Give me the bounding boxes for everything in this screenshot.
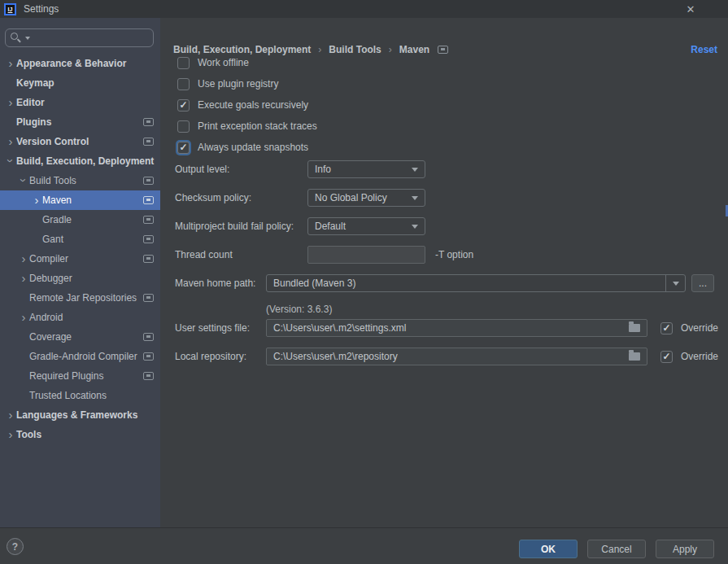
settings-modified-icon — [438, 46, 448, 54]
dropdown-button[interactable] — [665, 275, 685, 291]
maven-home-path-label: Maven home path: — [175, 274, 255, 292]
sidebar-item-gradle-android-compiler[interactable]: Gradle-Android Compiler — [0, 347, 160, 366]
settings-modified-icon — [143, 138, 154, 146]
breadcrumb: Build, Execution, Deployment › Build Too… — [173, 44, 448, 55]
sidebar-item-editor[interactable]: Editor — [0, 93, 160, 112]
maven-home-path-combobox[interactable]: Bundled (Maven 3) — [266, 274, 686, 292]
chevron-right-icon — [18, 308, 29, 327]
settings-sidebar: Appearance & Behavior Keymap Editor Plug… — [0, 18, 160, 527]
maven-settings-panel: Build, Execution, Deployment › Build Too… — [160, 18, 728, 527]
print-exception-stack-traces-checkbox-row[interactable]: Print exception stack traces — [177, 119, 317, 133]
apply-button[interactable]: Apply — [656, 540, 714, 558]
sidebar-item-build-execution-deployment[interactable]: Build, Execution, Deployment — [0, 151, 160, 171]
dropdown-arrow-icon — [412, 168, 418, 172]
sidebar-item-build-tools[interactable]: Build Tools — [0, 171, 160, 190]
chevron-right-icon — [5, 93, 16, 112]
checksum-policy-select[interactable]: No Global Policy — [307, 189, 425, 207]
breadcrumb-build-execution-deployment[interactable]: Build, Execution, Deployment — [173, 44, 311, 55]
local-repository-override-row[interactable]: Override — [660, 348, 718, 365]
breadcrumb-separator: › — [389, 44, 392, 55]
no-chevron — [5, 112, 16, 132]
no-chevron — [18, 386, 29, 405]
chevron-down-icon — [18, 171, 29, 190]
reset-link[interactable]: Reset — [691, 44, 717, 55]
browse-maven-home-button[interactable]: ... — [691, 274, 714, 292]
thread-count-input[interactable] — [315, 249, 418, 260]
multiproject-policy-select[interactable]: Default — [307, 217, 425, 235]
no-chevron — [31, 230, 42, 249]
sidebar-item-compiler[interactable]: Compiler — [0, 249, 160, 269]
breadcrumb-maven: Maven — [399, 44, 429, 55]
sidebar-item-trusted-locations[interactable]: Trusted Locations — [0, 386, 160, 405]
checkbox-icon[interactable] — [177, 57, 190, 69]
local-repository-field[interactable] — [266, 348, 647, 365]
user-settings-override-row[interactable]: Override — [660, 319, 718, 337]
checkbox-icon[interactable] — [177, 120, 190, 133]
user-settings-file-label: User settings file: — [175, 319, 250, 337]
title-bar: IJ Settings ✕ — [0, 0, 728, 18]
ok-button[interactable]: OK — [519, 540, 578, 558]
dropdown-arrow-icon — [673, 282, 679, 286]
settings-modified-icon — [143, 372, 154, 380]
chevron-right-icon — [5, 405, 16, 425]
settings-modified-icon — [143, 216, 154, 224]
settings-modified-icon — [143, 352, 154, 361]
chevron-right-icon — [18, 269, 29, 288]
local-repository-input[interactable] — [273, 351, 624, 362]
settings-modified-icon — [143, 235, 154, 243]
sidebar-item-maven[interactable]: Maven — [0, 190, 160, 210]
folder-icon[interactable] — [629, 352, 640, 361]
sidebar-item-gant[interactable]: Gant — [0, 230, 160, 249]
sidebar-item-appearance-behavior[interactable]: Appearance & Behavior — [0, 54, 160, 73]
sidebar-item-plugins[interactable]: Plugins — [0, 112, 160, 132]
execute-goals-recursively-checkbox-row[interactable]: Execute goals recursively — [177, 98, 308, 112]
no-chevron — [5, 73, 16, 93]
no-chevron — [18, 366, 29, 386]
close-icon[interactable]: ✕ — [682, 0, 699, 18]
settings-modified-icon — [143, 118, 154, 126]
sidebar-item-gradle[interactable]: Gradle — [0, 210, 160, 230]
use-plugin-registry-checkbox-row[interactable]: Use plugin registry — [177, 77, 278, 91]
user-settings-file-field[interactable] — [266, 319, 647, 337]
checkbox-icon[interactable] — [177, 142, 190, 154]
checksum-policy-label: Checksum policy: — [175, 189, 251, 207]
settings-modified-icon — [143, 177, 154, 185]
chevron-right-icon — [5, 132, 16, 151]
settings-modified-icon — [143, 294, 154, 302]
local-repository-label: Local repository: — [175, 348, 246, 365]
cancel-button[interactable]: Cancel — [587, 540, 646, 558]
breadcrumb-build-tools[interactable]: Build Tools — [329, 44, 381, 55]
search-box[interactable] — [5, 28, 154, 47]
checkbox-icon[interactable] — [660, 322, 673, 334]
checkbox-icon[interactable] — [660, 351, 673, 363]
output-level-label: Output level: — [175, 160, 229, 178]
sidebar-item-android[interactable]: Android — [0, 308, 160, 327]
sidebar-item-languages-frameworks[interactable]: Languages & Frameworks — [0, 405, 160, 425]
user-settings-file-input[interactable] — [273, 322, 624, 334]
chevron-right-icon — [5, 425, 16, 444]
settings-modified-icon — [143, 196, 154, 204]
dialog-footer: ? OK Cancel Apply — [0, 527, 728, 564]
window-title: Settings — [24, 3, 59, 15]
checkbox-icon[interactable] — [177, 78, 190, 90]
no-chevron — [18, 288, 29, 308]
thread-count-field[interactable] — [307, 246, 425, 264]
output-level-select[interactable]: Info — [307, 160, 425, 178]
checkbox-icon[interactable] — [177, 99, 190, 111]
search-input[interactable] — [30, 33, 153, 44]
help-button[interactable]: ? — [7, 538, 24, 555]
work-offline-checkbox-row[interactable]: Work offline — [177, 55, 249, 70]
sidebar-item-remote-jar-repositories[interactable]: Remote Jar Repositories — [0, 288, 160, 308]
chevron-down-icon — [5, 151, 16, 171]
settings-modified-icon — [143, 333, 154, 341]
folder-icon[interactable] — [629, 324, 640, 332]
sidebar-item-version-control[interactable]: Version Control — [0, 132, 160, 151]
sidebar-item-debugger[interactable]: Debugger — [0, 269, 160, 288]
sidebar-item-keymap[interactable]: Keymap — [0, 73, 160, 93]
sidebar-item-coverage[interactable]: Coverage — [0, 327, 160, 347]
chevron-right-icon — [18, 249, 29, 269]
sidebar-item-tools[interactable]: Tools — [0, 425, 160, 444]
sidebar-item-required-plugins[interactable]: Required Plugins — [0, 366, 160, 386]
always-update-snapshots-checkbox-row[interactable]: Always update snapshots — [177, 140, 308, 155]
chevron-right-icon — [5, 54, 16, 73]
